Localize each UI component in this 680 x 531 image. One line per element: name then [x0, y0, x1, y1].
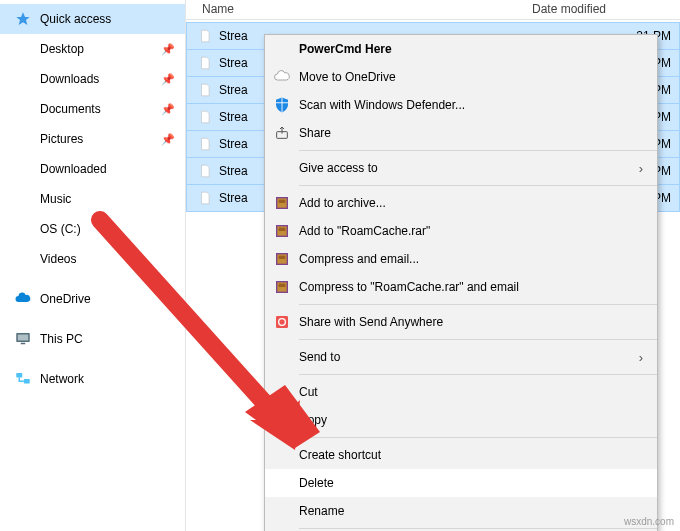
sidebar-item-downloads[interactable]: Downloads 📌	[0, 64, 185, 94]
sidebar-item-label: OS (C:)	[40, 222, 177, 236]
sidebar-item-pictures[interactable]: Pictures 📌	[0, 124, 185, 154]
sidebar-item-label: Downloads	[40, 72, 153, 86]
thispc-icon	[14, 330, 32, 348]
sidebar-item-label: Documents	[40, 102, 153, 116]
watermark: wsxdn.com	[624, 516, 674, 527]
ctx-separator	[299, 150, 657, 151]
col-date-header[interactable]: Date modified	[532, 2, 672, 16]
cloud-icon	[265, 68, 299, 86]
pin-icon: 📌	[161, 73, 175, 86]
winrar-icon	[265, 195, 299, 211]
ctx-compress-roam[interactable]: Compress to "RoamCache.rar" and email	[265, 273, 657, 301]
file-icon	[197, 136, 213, 152]
sendanywhere-icon	[265, 314, 299, 330]
chevron-right-icon: ›	[639, 350, 647, 365]
file-icon	[197, 163, 213, 179]
svg-rect-17	[21, 343, 26, 345]
sidebar-item-label: Music	[40, 192, 177, 206]
winrar-icon	[265, 251, 299, 267]
ctx-separator	[299, 528, 657, 529]
ctx-copy[interactable]: Copy	[265, 406, 657, 434]
ctx-cut[interactable]: Cut	[265, 378, 657, 406]
folder-icon	[14, 160, 32, 178]
sidebar-item-label: Desktop	[40, 42, 153, 56]
ctx-delete[interactable]: Delete	[265, 469, 657, 497]
documents-icon	[14, 100, 32, 118]
onedrive-icon	[14, 290, 32, 308]
ctx-separator	[299, 185, 657, 186]
col-name-header[interactable]: Name	[202, 2, 532, 16]
pin-icon: 📌	[161, 43, 175, 56]
svg-rect-33	[276, 316, 288, 328]
ctx-separator	[299, 437, 657, 438]
sidebar-item-os[interactable]: OS (C:)	[0, 214, 185, 244]
ctx-separator	[299, 374, 657, 375]
pin-icon: 📌	[161, 103, 175, 116]
sidebar-item-label: Network	[40, 372, 177, 386]
svg-rect-29	[279, 256, 286, 259]
downloads-icon	[14, 70, 32, 88]
pictures-icon	[14, 130, 32, 148]
sidebar-item-videos[interactable]: Videos	[0, 244, 185, 274]
sidebar-quick-access[interactable]: Quick access	[0, 4, 185, 34]
sidebar-item-label: Videos	[40, 252, 177, 266]
sidebar: Quick access Desktop 📌 Downloads 📌 Docum…	[0, 0, 186, 531]
star-icon	[14, 10, 32, 28]
file-icon	[197, 190, 213, 206]
chevron-right-icon: ›	[639, 161, 647, 176]
drive-icon	[14, 220, 32, 238]
sidebar-label: Quick access	[40, 12, 177, 26]
ctx-separator	[299, 304, 657, 305]
svg-rect-23	[279, 200, 286, 203]
sidebar-onedrive[interactable]: OneDrive	[0, 284, 185, 314]
context-menu: PowerCmd Here Move to OneDrive Scan with…	[264, 34, 658, 531]
ctx-share[interactable]: Share	[265, 119, 657, 147]
shield-icon	[265, 96, 299, 114]
sidebar-item-desktop[interactable]: Desktop 📌	[0, 34, 185, 64]
ctx-give-access[interactable]: Give access to ›	[265, 154, 657, 182]
file-icon	[197, 28, 213, 44]
share-icon	[265, 125, 299, 141]
ctx-move-onedrive[interactable]: Move to OneDrive	[265, 63, 657, 91]
column-headers[interactable]: Name Date modified	[186, 0, 680, 20]
music-icon	[14, 190, 32, 208]
ctx-create-shortcut[interactable]: Create shortcut	[265, 441, 657, 469]
sidebar-item-label: Pictures	[40, 132, 153, 146]
winrar-icon	[265, 279, 299, 295]
sidebar-item-label: Downloaded	[40, 162, 177, 176]
pin-icon: 📌	[161, 133, 175, 146]
ctx-add-roam[interactable]: Add to "RoamCache.rar"	[265, 217, 657, 245]
svg-rect-18	[16, 373, 22, 378]
svg-marker-0	[16, 12, 29, 25]
file-icon	[197, 55, 213, 71]
ctx-scan-defender[interactable]: Scan with Windows Defender...	[265, 91, 657, 119]
svg-rect-26	[279, 228, 286, 231]
sidebar-item-documents[interactable]: Documents 📌	[0, 94, 185, 124]
network-icon	[14, 370, 32, 388]
ctx-send-to[interactable]: Send to ›	[265, 343, 657, 371]
ctx-compress-email[interactable]: Compress and email...	[265, 245, 657, 273]
sidebar-network[interactable]: Network	[0, 364, 185, 394]
svg-rect-19	[24, 379, 30, 384]
sidebar-item-music[interactable]: Music	[0, 184, 185, 214]
file-icon	[197, 82, 213, 98]
winrar-icon	[265, 223, 299, 239]
ctx-separator	[299, 339, 657, 340]
svg-rect-16	[18, 335, 29, 341]
videos-icon	[14, 250, 32, 268]
sidebar-item-label: OneDrive	[40, 292, 177, 306]
file-icon	[197, 109, 213, 125]
ctx-rename[interactable]: Rename	[265, 497, 657, 525]
desktop-icon	[14, 40, 32, 58]
sidebar-item-downloaded[interactable]: Downloaded	[0, 154, 185, 184]
svg-rect-32	[279, 284, 286, 287]
ctx-powercmd[interactable]: PowerCmd Here	[265, 35, 657, 63]
ctx-send-anywhere[interactable]: Share with Send Anywhere	[265, 308, 657, 336]
ctx-add-archive[interactable]: Add to archive...	[265, 189, 657, 217]
sidebar-thispc[interactable]: This PC	[0, 324, 185, 354]
sidebar-item-label: This PC	[40, 332, 177, 346]
